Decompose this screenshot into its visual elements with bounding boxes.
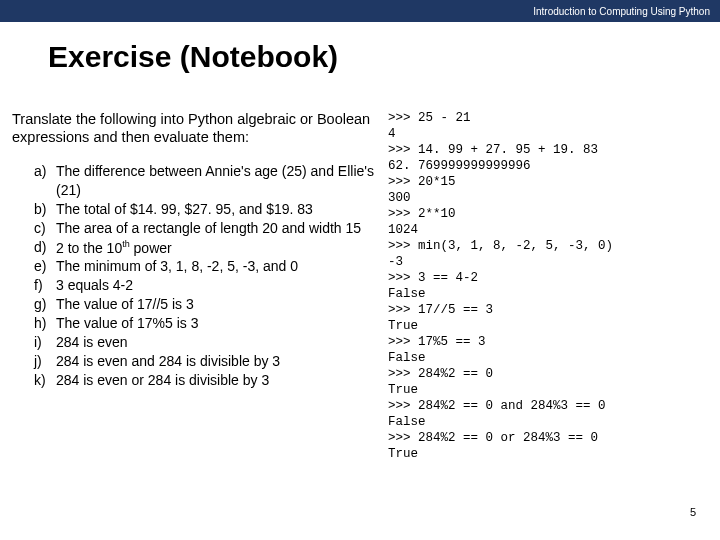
item-bullet: h)	[34, 314, 56, 333]
list-item: i)284 is even	[12, 333, 380, 352]
list-item: k)284 is even or 284 is divisible by 3	[12, 371, 380, 390]
item-text: 284 is even and 284 is divisible by 3	[56, 352, 280, 371]
item-text: 284 is even or 284 is divisible by 3	[56, 371, 269, 390]
page-title: Exercise (Notebook)	[0, 22, 720, 82]
item-bullet: a)	[34, 162, 56, 200]
item-bullet: k)	[34, 371, 56, 390]
list-item: c)The area of a rectangle of length 20 a…	[12, 219, 380, 238]
list-item: e)The minimum of 3, 1, 8, -2, 5, -3, and…	[12, 257, 380, 276]
item-text: The total of $14. 99, $27. 95, and $19. …	[56, 200, 313, 219]
list-item: b)The total of $14. 99, $27. 95, and $19…	[12, 200, 380, 219]
item-text: 3 equals 4-2	[56, 276, 133, 295]
item-bullet: g)	[34, 295, 56, 314]
list-item: j)284 is even and 284 is divisible by 3	[12, 352, 380, 371]
list-item: d)2 to the 10th power	[12, 238, 380, 258]
item-text: The difference between Annie's age (25) …	[56, 162, 380, 200]
item-text: The value of 17//5 is 3	[56, 295, 194, 314]
header-bar: Introduction to Computing Using Python	[0, 0, 720, 22]
right-column: >>> 25 - 21 4 >>> 14. 99 + 27. 95 + 19. …	[380, 110, 720, 462]
item-text: 284 is even	[56, 333, 128, 352]
content-area: Translate the following into Python alge…	[0, 82, 720, 462]
item-bullet: e)	[34, 257, 56, 276]
course-title: Introduction to Computing Using Python	[533, 6, 710, 17]
code-block: >>> 25 - 21 4 >>> 14. 99 + 27. 95 + 19. …	[388, 110, 720, 462]
left-column: Translate the following into Python alge…	[0, 110, 380, 462]
item-text: 2 to the 10th power	[56, 238, 172, 258]
item-bullet: j)	[34, 352, 56, 371]
intro-text: Translate the following into Python alge…	[12, 110, 380, 146]
item-text: The minimum of 3, 1, 8, -2, 5, -3, and 0	[56, 257, 298, 276]
item-text: The value of 17%5 is 3	[56, 314, 198, 333]
item-bullet: b)	[34, 200, 56, 219]
list-item: g)The value of 17//5 is 3	[12, 295, 380, 314]
slide-page: Introduction to Computing Using Python E…	[0, 0, 720, 540]
page-number: 5	[690, 506, 696, 518]
item-list: a)The difference between Annie's age (25…	[12, 162, 380, 389]
item-bullet: d)	[34, 238, 56, 258]
item-bullet: c)	[34, 219, 56, 238]
list-item: f)3 equals 4-2	[12, 276, 380, 295]
item-bullet: f)	[34, 276, 56, 295]
item-text: The area of a rectangle of length 20 and…	[56, 219, 361, 238]
item-bullet: i)	[34, 333, 56, 352]
list-item: h)The value of 17%5 is 3	[12, 314, 380, 333]
list-item: a)The difference between Annie's age (25…	[12, 162, 380, 200]
